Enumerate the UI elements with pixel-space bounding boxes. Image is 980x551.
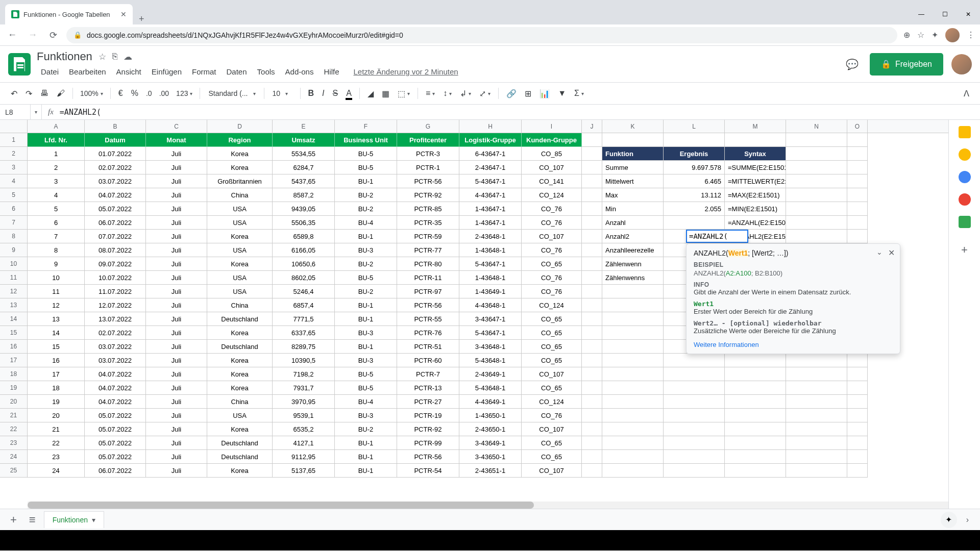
- cell[interactable]: BU-5: [335, 147, 397, 161]
- cell[interactable]: 1-43650-1: [459, 409, 522, 422]
- cell[interactable]: [582, 409, 602, 422]
- cell[interactable]: 6-43647-1: [459, 147, 522, 161]
- cell[interactable]: 05.07.2022: [85, 422, 146, 436]
- horizontal-scrollbar[interactable]: [28, 502, 948, 509]
- cell[interactable]: Juli: [146, 174, 207, 188]
- cell[interactable]: [786, 202, 847, 216]
- cell[interactable]: [725, 464, 786, 478]
- cell[interactable]: 3-43647-1: [459, 312, 522, 326]
- row-header[interactable]: 25: [0, 464, 27, 478]
- row-header[interactable]: 18: [0, 367, 27, 381]
- cell[interactable]: 5-43647-1: [459, 174, 522, 188]
- cell[interactable]: [664, 216, 725, 230]
- cell[interactable]: 1-43649-1: [459, 285, 522, 298]
- cell[interactable]: [582, 464, 602, 478]
- cell[interactable]: Korea: [207, 147, 273, 161]
- cell[interactable]: PCTR-59: [397, 230, 459, 243]
- extensions-icon[interactable]: ✦: [932, 30, 938, 40]
- redo-icon[interactable]: ↷: [22, 86, 36, 102]
- tasks-icon[interactable]: [959, 171, 971, 183]
- cell[interactable]: [602, 326, 664, 340]
- close-window-icon[interactable]: ✕: [957, 4, 980, 24]
- cell[interactable]: 06.07.2022: [85, 216, 146, 230]
- cell[interactable]: [582, 147, 602, 161]
- cell[interactable]: 13.112: [664, 188, 725, 202]
- cell[interactable]: [582, 354, 602, 367]
- cell[interactable]: Korea: [207, 367, 273, 381]
- cell-editor-input[interactable]: [687, 231, 747, 242]
- cell[interactable]: 05.07.2022: [85, 450, 146, 464]
- cell[interactable]: [602, 395, 664, 409]
- cell[interactable]: [664, 450, 725, 464]
- row-header[interactable]: 9: [0, 243, 27, 257]
- cell[interactable]: CO_107: [522, 422, 582, 436]
- cell[interactable]: Juli: [146, 243, 207, 257]
- italic-icon[interactable]: I: [318, 86, 328, 101]
- cell[interactable]: [582, 257, 602, 271]
- functions-icon[interactable]: Σ: [571, 86, 587, 101]
- all-sheets-icon[interactable]: ≡: [25, 511, 40, 529]
- cell[interactable]: China: [207, 298, 273, 312]
- cell[interactable]: [847, 202, 868, 216]
- cell[interactable]: Juli: [146, 298, 207, 312]
- cell[interactable]: 5534,55: [273, 147, 335, 161]
- cell[interactable]: [725, 367, 786, 381]
- cell[interactable]: BU-1: [335, 340, 397, 354]
- cell[interactable]: [847, 464, 868, 478]
- cell[interactable]: BU-1: [335, 174, 397, 188]
- cell[interactable]: Deutschland: [207, 450, 273, 464]
- cell[interactable]: 12.07.2022: [85, 298, 146, 312]
- increase-decimal-icon[interactable]: .00: [156, 87, 172, 99]
- cell[interactable]: 3-43648-1: [459, 340, 522, 354]
- bookmark-icon[interactable]: ☆: [917, 30, 924, 40]
- cell[interactable]: USA: [207, 409, 273, 422]
- cell[interactable]: 14: [28, 326, 85, 340]
- fill-color-icon[interactable]: ◢: [364, 86, 377, 102]
- cell[interactable]: [847, 230, 868, 243]
- cell[interactable]: Min: [602, 202, 664, 216]
- cell[interactable]: [725, 450, 786, 464]
- cell[interactable]: 5-43647-1: [459, 257, 522, 271]
- cell[interactable]: USA: [207, 285, 273, 298]
- cell[interactable]: 18: [28, 381, 85, 395]
- cell[interactable]: CO_85: [522, 147, 582, 161]
- cell[interactable]: PCTR-56: [397, 450, 459, 464]
- cell[interactable]: [786, 354, 847, 367]
- cell[interactable]: [786, 409, 847, 422]
- cell[interactable]: [582, 133, 602, 147]
- number-format-select[interactable]: 123: [173, 87, 195, 99]
- cell[interactable]: 10650,6: [273, 257, 335, 271]
- col-header[interactable]: A: [28, 120, 85, 133]
- cell[interactable]: Region: [207, 133, 273, 147]
- cell[interactable]: 5246,4: [273, 285, 335, 298]
- cell[interactable]: Mittelwert: [602, 174, 664, 188]
- cell[interactable]: 1-43648-1: [459, 243, 522, 257]
- cell[interactable]: 6166,05: [273, 243, 335, 257]
- chart-icon[interactable]: 📊: [536, 86, 553, 102]
- cell[interactable]: [582, 243, 602, 257]
- cell[interactable]: Juli: [146, 395, 207, 409]
- cell[interactable]: China: [207, 188, 273, 202]
- cell[interactable]: Juli: [146, 326, 207, 340]
- col-header[interactable]: M: [725, 120, 786, 133]
- cell[interactable]: BU-5: [335, 367, 397, 381]
- cell[interactable]: [602, 354, 664, 367]
- cell[interactable]: BU-5: [335, 381, 397, 395]
- cell[interactable]: PCTR-80: [397, 257, 459, 271]
- cell[interactable]: Business Unit: [335, 133, 397, 147]
- cell[interactable]: Korea: [207, 257, 273, 271]
- cell[interactable]: [664, 395, 725, 409]
- cell[interactable]: 13.07.2022: [85, 312, 146, 326]
- cell[interactable]: 2-43648-1: [459, 230, 522, 243]
- cell[interactable]: [847, 381, 868, 395]
- cell[interactable]: Juli: [146, 285, 207, 298]
- cell[interactable]: [847, 450, 868, 464]
- cell[interactable]: Zählenwenn: [602, 257, 664, 271]
- cell[interactable]: CO_107: [522, 161, 582, 174]
- cell[interactable]: 02.07.2022: [85, 326, 146, 340]
- row-header[interactable]: 16: [0, 340, 27, 354]
- cell[interactable]: [602, 436, 664, 450]
- cell[interactable]: CO_65: [522, 312, 582, 326]
- cell[interactable]: Korea: [207, 422, 273, 436]
- account-avatar[interactable]: [951, 54, 972, 74]
